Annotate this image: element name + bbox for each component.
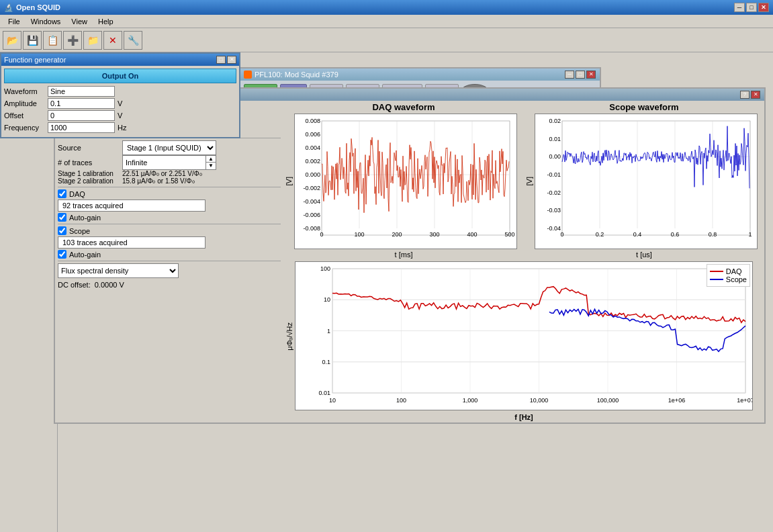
menu-help[interactable]: Help [93,16,119,27]
daq-chart-wrapper: [V] [285,114,522,249]
scope-trace-count: 103 traces acquired [58,236,206,249]
daq-y-axis-label: [V] [285,177,293,185]
pfl-restore-button[interactable]: □ [576,71,585,79]
frequency-row: Frequency Hz [4,122,236,133]
add-button[interactable]: ➕ [63,31,82,50]
spectrum-title-buttons: ? ✕ [740,91,760,99]
frequency-label: Frequency [4,124,48,132]
menu-view[interactable]: View [66,16,93,27]
scope-autogain-row: Auto-gain [58,250,281,259]
source-select[interactable]: Stage 1 (Input SQUID) [122,140,216,155]
traces-up-button[interactable]: ▲ [206,156,216,163]
dc-offset-label: DC offset: [58,281,91,289]
scope-checkbox[interactable] [58,226,66,235]
traces-value: Infinite [123,157,206,168]
pfl-close-button[interactable]: ✕ [586,71,596,79]
pfl-title-text: PFL100: Mod Squid #379 [255,71,338,79]
func-gen-title-bar: Function generator □ ✕ [1,54,239,66]
scope-x-axis-label: t [us] [525,251,763,259]
func-gen-title-buttons: □ ✕ [216,56,236,64]
stage2-calib-row: Stage 2 calibration 15.8 μA/Φ₀ or 1.58 V… [58,177,281,185]
close-button[interactable]: ✕ [758,3,769,12]
scope-waveform-canvas [535,114,758,249]
traces-spinner: Infinite ▲ ▼ [122,155,216,170]
amplitude-row: Amplitude V [4,98,236,109]
waveform-label: Waveform [4,87,48,95]
traces-row: # of traces Infinite ▲ ▼ [58,155,281,170]
stage1-calib-value: 22.51 μA/Φ₀ or 2.251 V/Φ₀ [122,170,202,177]
daq-legend-line [710,271,723,272]
daq-autogain-checkbox[interactable] [58,213,66,222]
app-container: 🔬 Open SQUID ─ □ ✕ File Windows View Hel… [0,0,773,532]
scope-waveform-container: Scope waveform [V] t [us] [525,102,763,259]
offset-unit: V [118,112,122,120]
func-gen-content: Output On Waveform Amplitude V Offset V … [1,66,239,137]
spectrum-y-axis-label: μΦ₀/√Hz [285,322,293,351]
toolbar: 📂 💾 📋 ➕ 📁 ✕ 🔧 [0,28,773,52]
title-bar: 🔬 Open SQUID ─ □ ✕ [0,0,773,15]
offset-label: Offset [4,112,48,120]
func-gen-window: Function generator □ ✕ Output On Wavefor… [0,52,240,138]
daq-chart-title: DAQ waveform [285,102,522,112]
spectrum-type-select[interactable]: Flux spectral density [58,263,179,278]
pfl-title-content: PFL100: Mod Squid #379 [244,71,338,79]
spectrum-chart-container: μΦ₀/√Hz DAQ Scope [285,261,763,421]
spectrum-controls-row: Flux spectral density [58,263,281,278]
spectrum-canvas-wrapper: DAQ Scope [295,261,753,412]
scope-label: Scope [69,227,90,235]
daq-checkbox[interactable] [58,189,66,198]
save-toolbar-button[interactable]: 💾 [23,31,42,50]
scope-legend-line [710,279,723,280]
scope-y-axis-label: [V] [525,177,533,185]
pfl-minimize-button[interactable]: ─ [565,71,574,79]
scope-chart-wrapper: [V] [525,114,763,249]
spectrum-help-button[interactable]: ? [740,91,749,99]
frequency-input[interactable] [48,122,115,133]
open-toolbar-button[interactable]: 📂 [3,31,21,50]
stage2-calib-value: 15.8 μA/Φ₀ or 1.58 V/Φ₀ [122,177,195,185]
stage2-calib-label: Stage 2 calibration [58,177,118,185]
daq-check-row: DAQ [58,189,281,198]
offset-input[interactable] [48,110,115,121]
daq-legend-item: DAQ [710,267,747,275]
save-alt-button[interactable]: 📋 [43,31,62,50]
spectrum-content: ▶ Start ↺ Reset ■ Stop ✓ Accept [55,101,764,423]
scope-autogain-label: Auto-gain [69,251,101,259]
source-row: Source Stage 1 (Input SQUID) [58,140,281,155]
dc-offset-row: DC offset: 0.0000 V [58,281,281,289]
spectrum-chart-wrapper: μΦ₀/√Hz DAQ Scope [285,261,763,412]
func-gen-title-text: Function generator [4,56,66,64]
func-gen-close-button[interactable]: ✕ [227,56,236,64]
daq-autogain-row: Auto-gain [58,213,281,222]
minimize-button[interactable]: ─ [734,3,745,12]
title-bar-left: 🔬 Open SQUID [4,3,60,12]
pfl-icon [244,71,252,79]
app-icon: 🔬 [4,3,13,12]
daq-label: DAQ [69,190,85,198]
waveform-input[interactable] [48,86,115,97]
settings-button[interactable]: 🔧 [124,31,142,50]
output-on-button[interactable]: Output On [4,69,236,83]
pfl-title-buttons: ─ □ ✕ [565,71,596,79]
daq-waveform-canvas [294,114,517,249]
menu-windows[interactable]: Windows [26,16,66,27]
amplitude-input[interactable] [48,98,115,109]
maximize-button[interactable]: □ [746,3,757,12]
func-gen-restore-button[interactable]: □ [216,56,226,64]
menu-file[interactable]: File [3,16,26,27]
spectrum-x-axis-label: f [Hz] [285,413,763,421]
stage1-calib-label: Stage 1 calibration [58,170,118,177]
waveforms-row: DAQ waveform [V] t [ms] Scope waveform [… [285,102,763,259]
traces-down-button[interactable]: ▼ [206,163,216,169]
scope-legend-label: Scope [726,275,747,283]
pfl-title-bar: PFL100: Mod Squid #379 ─ □ ✕ [240,69,600,81]
spectrum-close-button[interactable]: ✕ [751,91,760,99]
traces-label: # of traces [58,159,118,167]
frequency-unit: Hz [118,124,126,132]
folder-button[interactable]: 📁 [83,31,102,50]
daq-trace-count: 92 traces acquired [58,200,206,212]
spectrum-canvas [295,261,753,410]
scope-autogain-checkbox[interactable] [58,250,66,259]
daq-autogain-label: Auto-gain [69,214,101,222]
delete-button[interactable]: ✕ [103,31,122,50]
